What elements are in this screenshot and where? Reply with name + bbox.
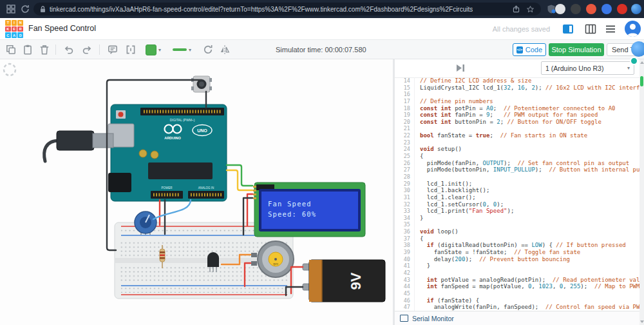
browser-extension-icon[interactable] [586, 4, 596, 14]
code-line[interactable]: 46 if (fanState) { [395, 297, 639, 304]
menu-icon[interactable] [604, 23, 617, 35]
code-line[interactable]: 23 [395, 139, 639, 146]
code-line[interactable]: 15LiquidCrystal_I2C lcd_1(32, 16, 2); //… [395, 84, 639, 92]
lcd-line2: Speed: 60% [268, 210, 316, 218]
tinkercad-logo[interactable]: TINKERCAD [5, 20, 23, 38]
code-line[interactable]: 35 [395, 221, 639, 228]
line-number: 44 [395, 283, 415, 290]
debugger-icon[interactable] [456, 64, 466, 72]
tab-grid-icon[interactable] [6, 4, 16, 14]
notes-icon[interactable] [107, 44, 118, 55]
arduino-brand-label: ARDUINO [164, 136, 181, 140]
code-line[interactable]: 19const int fanPin = 9; // PWM output fo… [395, 112, 639, 119]
code-line[interactable]: 29 lcd_1.init(); [395, 181, 639, 188]
logo-tile: N [17, 20, 23, 26]
code-line[interactable]: 18const int potPin = A0; // Potentiomete… [395, 105, 639, 112]
browser-extension-icon[interactable] [601, 4, 612, 14]
columns-view-icon[interactable] [584, 23, 597, 35]
wire-type-picker[interactable]: ▾ [173, 44, 191, 55]
code-line[interactable]: 27 pinMode(buttonPin, INPUT_PULLUP); // … [395, 166, 639, 173]
circuit-canvas[interactable]: DIGITAL (PWM~) ARDUINO UNO POWER ANALOG … [0, 59, 393, 325]
logo-tile: K [5, 26, 11, 32]
stop-simulation-button[interactable]: Stop Simulation [549, 43, 604, 56]
pushbutton[interactable] [191, 76, 212, 92]
code-line[interactable]: 44 int fanSpeed = map(potValue, 0, 1023,… [395, 283, 639, 290]
code-line[interactable]: 34} [395, 215, 639, 222]
wire-lcd-vcc[interactable] [247, 194, 252, 226]
wire-a0-potentiometer[interactable] [153, 200, 191, 219]
code-line[interactable]: 14// Define I2C LCD address & size [395, 77, 639, 84]
redo-icon[interactable] [81, 44, 93, 55]
line-number: 28 [395, 173, 415, 181]
undo-icon[interactable] [63, 44, 75, 55]
paste-icon[interactable] [22, 44, 33, 55]
rotate-icon[interactable] [202, 44, 214, 55]
scroll-down-icon[interactable] [640, 320, 644, 323]
component-labels-icon[interactable] [125, 44, 137, 55]
delete-icon[interactable] [39, 44, 50, 55]
code-line[interactable]: 17// Define pin numbers [395, 98, 639, 105]
browser-extension-icon[interactable] [571, 4, 581, 14]
scrollbar-thumb[interactable] [640, 76, 643, 86]
code-line[interactable]: 38 if (digitalRead(buttonPin) == LOW) { … [395, 242, 639, 249]
share-icon[interactable] [512, 5, 520, 14]
code-line[interactable]: 22bool fanState = true; // Fan starts in… [395, 132, 639, 139]
toolbar-divider [55, 44, 56, 55]
design-title[interactable]: Fan Speed Control [28, 24, 96, 33]
browser-extension-icon[interactable] [617, 4, 627, 14]
serial-monitor-icon [400, 315, 408, 322]
bookmark-star-icon[interactable] [526, 5, 535, 14]
code-line[interactable]: 31 lcd_1.clear(); [395, 194, 639, 201]
line-number: 39 [395, 249, 415, 256]
code-line[interactable]: 32 lcd_1.setCursor(0, 0); [395, 201, 639, 208]
battery-9v[interactable]: 9V [303, 260, 385, 302]
code-line[interactable]: 30 lcd_1.backlight(); [395, 187, 639, 194]
code-line[interactable]: 26 pinMode(fanPin, OUTPUT); // Set fan c… [395, 160, 639, 167]
code-line[interactable]: 45 [395, 290, 639, 297]
canvas-home-control[interactable] [4, 64, 15, 75]
component-color-picker[interactable]: ▾ [146, 44, 161, 55]
code-line[interactable]: 39 fanState = !fanState; // Toggle fan s… [395, 249, 639, 256]
arduino-uno[interactable]: DIGITAL (PWM~) ARDUINO UNO POWER ANALOG … [108, 104, 227, 201]
line-number: 25 [395, 153, 415, 160]
tinker-float-icon[interactable] [631, 41, 644, 57]
usb-cable[interactable] [44, 131, 113, 161]
panel-toggle-icon[interactable] [562, 23, 574, 35]
user-avatar[interactable] [625, 21, 641, 37]
code-line[interactable]: 25{ [395, 153, 639, 160]
line-number: 14 [395, 77, 415, 84]
code-line[interactable]: 36void loop() [395, 228, 639, 235]
line-number: 42 [395, 270, 415, 277]
arduino-model-label: UNO [197, 128, 207, 133]
code-line[interactable]: 28 [395, 173, 639, 181]
code-line[interactable]: 41 } [395, 262, 639, 270]
code-line[interactable]: 37{ [395, 235, 639, 242]
code-line[interactable]: 47 analogWrite(fanPin, fanSpeed); // Con… [395, 304, 639, 311]
code-line[interactable]: 40 delay(200); // Prevent button bouncin… [395, 256, 639, 263]
refresh-icon[interactable] [20, 4, 30, 14]
wire-sda-lcd[interactable] [227, 165, 252, 186]
line-number: 34 [395, 215, 415, 222]
editor-toolbar: ▾ ▾ Simulator time: 00:00:07.580 </> Cod… [0, 40, 644, 59]
url-bar[interactable]: tinkercad.com/things/ivXaJaAHpR6-fan-spe… [33, 3, 541, 15]
copy-icon[interactable] [5, 44, 17, 55]
code-line[interactable]: 43 int potValue = analogRead(potPin); //… [395, 277, 639, 284]
wire-scl-lcd[interactable] [227, 170, 252, 190]
code-line[interactable]: 42 [395, 270, 639, 277]
presence-indicator-icon [630, 57, 638, 65]
code-line[interactable]: 21 [395, 125, 639, 132]
lcd-display[interactable]: Fan Speed Speed: 60% [253, 182, 365, 237]
code-line[interactable]: 16 [395, 91, 639, 98]
mirror-icon[interactable] [219, 44, 231, 55]
code-line[interactable]: 20const int buttonPin = 2; // Button for… [395, 119, 639, 126]
code-button[interactable]: </> Code [513, 43, 546, 56]
code-line[interactable]: 33 lcd_1.print("Fan Speed"); [395, 208, 639, 215]
serial-monitor-bar[interactable]: Serial Monitor [395, 311, 639, 325]
scroll-up-icon[interactable] [640, 61, 644, 64]
board-selector[interactable]: 1 (Arduino Uno R3) ▾ [541, 61, 634, 75]
code-editor-lines[interactable]: 14// Define I2C LCD address & size15Liqu… [395, 77, 639, 311]
code-line[interactable]: 24void setup() [395, 146, 639, 153]
browser-extension-icon[interactable] [555, 4, 565, 14]
code-scrollbar[interactable] [639, 59, 644, 325]
browser-profile-icon[interactable] [631, 4, 641, 14]
